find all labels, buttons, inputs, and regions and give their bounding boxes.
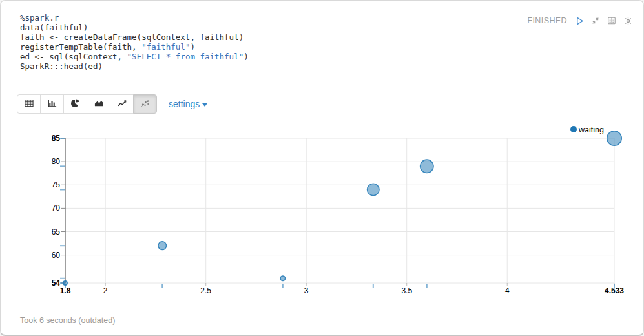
- status-badge: FINISHED: [527, 16, 567, 25]
- scatter-chart-button[interactable]: [133, 94, 157, 114]
- y-tick-label: 85: [52, 134, 61, 143]
- x-tick-label: 3.5: [401, 286, 412, 295]
- code-line: registerTempTable(faith, "faithful"): [20, 43, 511, 52]
- code-line: SparkR:::head(ed): [20, 62, 511, 72]
- legend-swatch[interactable]: [570, 126, 577, 132]
- visualization-toolbar: settings: [17, 94, 207, 114]
- settings-label: settings: [169, 99, 200, 109]
- line-chart-icon: [117, 98, 127, 110]
- y-tick-label: 80: [52, 157, 61, 166]
- data-point[interactable]: [421, 160, 433, 173]
- bar-chart-button[interactable]: [40, 94, 64, 114]
- x-tick-label: 4: [505, 286, 510, 295]
- data-point[interactable]: [158, 242, 167, 250]
- data-point[interactable]: [63, 281, 67, 285]
- zeppelin-paragraph: %spark.rdata(faithful)faith <- createDat…: [0, 0, 644, 336]
- settings-toggle[interactable]: settings: [169, 99, 207, 109]
- x-tick-label: 2.5: [200, 286, 211, 295]
- area-chart-icon: [94, 98, 104, 110]
- code-line: data(faithful): [20, 23, 511, 33]
- area-chart-button[interactable]: [87, 94, 110, 114]
- y-tick-label: 70: [52, 204, 61, 213]
- pie-chart-icon: [70, 98, 81, 110]
- y-tick-label: 60: [52, 251, 61, 260]
- code-line: faith <- createDataFrame(sqlContext, fai…: [20, 33, 511, 43]
- gear-icon[interactable]: [623, 16, 633, 26]
- bar-chart-icon: [47, 98, 57, 110]
- line-chart-button[interactable]: [110, 94, 134, 114]
- control-icons: [574, 16, 633, 26]
- y-tick-label: 65: [52, 227, 61, 236]
- paragraph-controls: FINISHED: [527, 16, 633, 26]
- scatter-chart-icon: [140, 98, 151, 110]
- y-tick-label: 75: [52, 180, 61, 189]
- execution-status: Took 6 seconds (outdated): [20, 316, 115, 325]
- x-tick-label: 2: [103, 286, 108, 295]
- editor-icon[interactable]: [607, 16, 617, 26]
- play-icon[interactable]: [574, 16, 585, 26]
- data-point[interactable]: [280, 276, 285, 280]
- scatter-chart[interactable]: 546065707580851.822.533.544.533waiting: [1, 120, 644, 304]
- data-point[interactable]: [368, 184, 380, 196]
- chart-type-button-group: [17, 94, 157, 114]
- legend-label[interactable]: waiting: [578, 125, 604, 134]
- x-tick-label: 3: [304, 286, 309, 295]
- y-tick-label: 54: [52, 278, 61, 288]
- chevron-down-icon: [202, 103, 207, 107]
- collapse-icon[interactable]: [590, 16, 601, 26]
- code-line: %spark.r: [20, 14, 511, 23]
- table-button[interactable]: [17, 94, 41, 114]
- data-point[interactable]: [607, 131, 622, 146]
- code-editor[interactable]: %spark.rdata(faithful)faith <- createDat…: [20, 14, 511, 71]
- code-line: ed <- sql(sqlContext, "SELECT * from fai…: [20, 52, 511, 62]
- pie-chart-button[interactable]: [63, 94, 87, 114]
- table-icon: [24, 98, 34, 110]
